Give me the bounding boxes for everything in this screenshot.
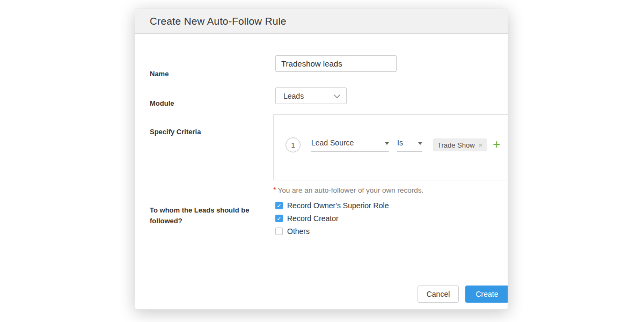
name-label: Name (150, 70, 169, 78)
followers-options: ✓ Record Owner's Superior Role ✓ Record … (275, 199, 389, 238)
checkbox-icon[interactable]: ✓ (275, 202, 283, 209)
criteria-box: 1 Lead Source Is Trade Show × + (273, 114, 508, 180)
specify-criteria-label: Specify Criteria (150, 128, 201, 136)
create-button[interactable]: Create (465, 286, 508, 303)
rule-name-input[interactable] (275, 55, 397, 72)
module-select[interactable]: Leads (275, 87, 347, 104)
checkbox-record-creator[interactable]: ✓ Record Creator (275, 212, 389, 225)
remove-value-icon[interactable]: × (479, 142, 483, 149)
followers-question-label: To whom the Leads should be followed? (150, 205, 257, 226)
caret-down-icon (385, 142, 389, 145)
checkbox-label: Others (287, 227, 310, 236)
auto-follower-note: *You are an auto-follower of your own re… (273, 186, 423, 194)
checkbox-others[interactable]: ✓ Others (275, 225, 389, 238)
checkbox-record-owners-superior-role[interactable]: ✓ Record Owner's Superior Role (275, 199, 389, 212)
page-background: Create New Auto-Follow Rule Name Module … (0, 0, 644, 322)
asterisk-icon: * (273, 186, 276, 194)
cancel-button[interactable]: Cancel (418, 286, 459, 303)
criteria-value-chip[interactable]: Trade Show × (433, 138, 487, 151)
module-label: Module (150, 99, 174, 107)
dialog-header: Create New Auto-Follow Rule (135, 9, 508, 34)
add-criteria-icon[interactable]: + (493, 138, 500, 151)
create-auto-follow-rule-dialog: Create New Auto-Follow Rule Name Module … (135, 9, 508, 310)
criteria-field-dropdown[interactable]: Lead Source (311, 138, 389, 152)
criteria-value-text: Trade Show (437, 141, 475, 149)
note-text: You are an auto-follower of your own rec… (277, 186, 423, 194)
dialog-title: Create New Auto-Follow Rule (150, 16, 287, 27)
chevron-down-icon (334, 92, 340, 98)
checkbox-icon[interactable]: ✓ (275, 228, 283, 235)
checkbox-label: Record Creator (287, 214, 339, 223)
criteria-field-value: Lead Source (311, 138, 354, 147)
check-icon: ✓ (276, 203, 281, 209)
criteria-operator-dropdown[interactable]: Is (397, 138, 422, 152)
criteria-operator-value: Is (397, 138, 403, 147)
caret-down-icon (418, 142, 422, 145)
module-selected-value: Leads (283, 92, 304, 100)
checkbox-label: Record Owner's Superior Role (287, 201, 389, 210)
criteria-row: 1 Lead Source Is Trade Show × + (286, 115, 500, 175)
checkbox-icon[interactable]: ✓ (275, 215, 283, 222)
check-icon: ✓ (276, 216, 281, 222)
criteria-row-number: 1 (286, 137, 301, 152)
